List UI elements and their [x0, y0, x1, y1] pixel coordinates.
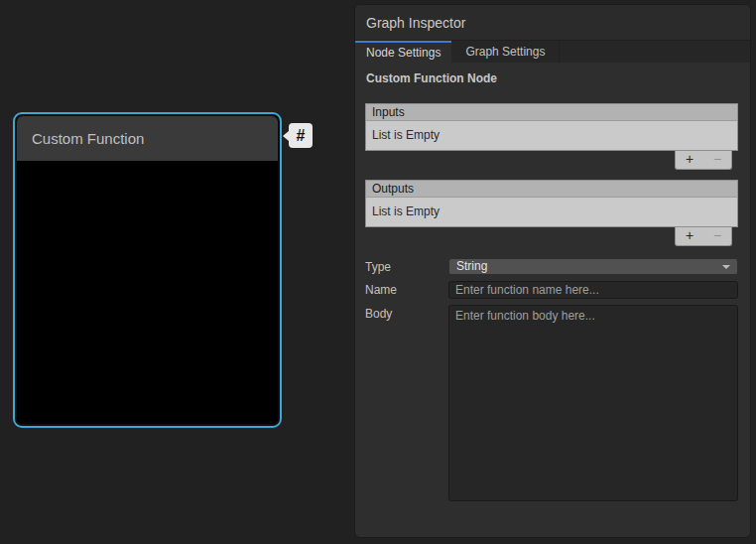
- outputs-list-header[interactable]: Outputs: [365, 180, 738, 198]
- name-field-row: Name: [365, 281, 738, 299]
- node-preview-area: [17, 161, 278, 424]
- tab-graph-settings[interactable]: Graph Settings: [451, 41, 560, 63]
- body-label: Body: [365, 305, 448, 321]
- outputs-list-footer: + −: [365, 227, 738, 246]
- panel-header[interactable]: Graph Inspector: [355, 5, 750, 41]
- add-input-button[interactable]: +: [676, 151, 703, 169]
- inputs-list-header[interactable]: Inputs: [365, 103, 738, 121]
- section-title: Custom Function Node: [366, 71, 739, 85]
- body-field-row: Body: [365, 305, 738, 501]
- inputs-list: Inputs List is Empty + −: [365, 103, 738, 170]
- node-title: Custom Function: [32, 130, 144, 147]
- type-label: Type: [365, 258, 448, 274]
- name-label: Name: [365, 281, 448, 297]
- remove-output-button[interactable]: −: [703, 227, 731, 245]
- outputs-empty-row: List is Empty: [365, 198, 738, 227]
- custom-function-node[interactable]: Custom Function: [13, 112, 282, 428]
- type-field-row: Type String: [365, 258, 738, 275]
- tab-node-settings[interactable]: Node Settings: [355, 41, 451, 63]
- node-hash-badge[interactable]: #: [283, 123, 313, 148]
- inputs-list-footer: + −: [365, 151, 738, 170]
- panel-title: Graph Inspector: [366, 15, 465, 31]
- inspector-tab-bar: Node Settings Graph Settings: [355, 41, 750, 63]
- add-output-button[interactable]: +: [676, 227, 703, 245]
- inputs-footer-buttons: + −: [675, 151, 732, 170]
- node-container: Custom Function: [17, 116, 278, 424]
- chevron-down-icon: [722, 265, 730, 269]
- outputs-list: Outputs List is Empty + −: [365, 180, 738, 246]
- type-dropdown[interactable]: String: [448, 258, 738, 275]
- function-body-input[interactable]: [448, 305, 738, 501]
- outputs-footer-buttons: + −: [675, 227, 732, 246]
- remove-input-button[interactable]: −: [703, 151, 731, 169]
- graph-inspector-panel: Graph Inspector Node Settings Graph Sett…: [354, 4, 751, 538]
- inputs-empty-row: List is Empty: [365, 121, 738, 151]
- node-title-bar[interactable]: Custom Function: [17, 116, 278, 161]
- function-name-input[interactable]: [448, 281, 738, 299]
- type-dropdown-value: String: [456, 259, 487, 273]
- hash-icon: #: [289, 123, 313, 148]
